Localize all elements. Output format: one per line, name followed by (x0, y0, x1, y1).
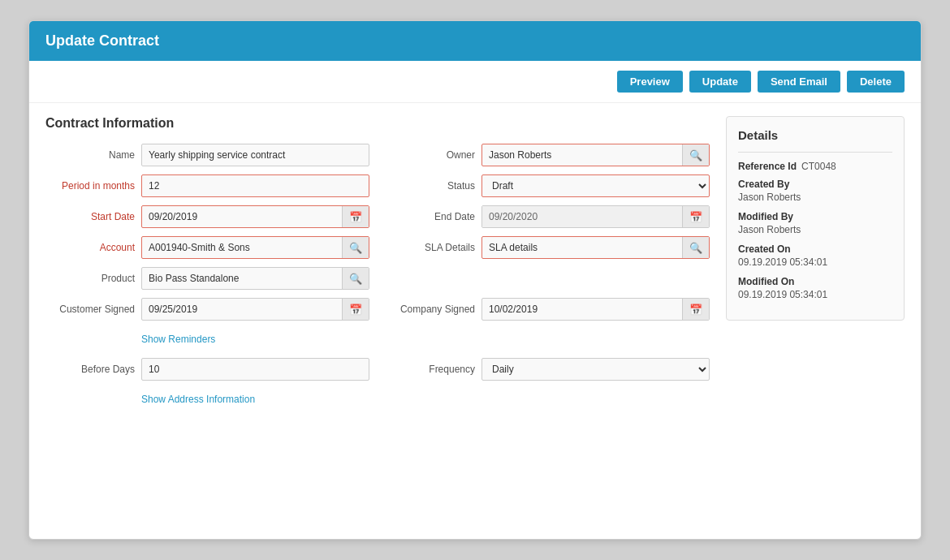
frequency-select[interactable]: Daily Weekly Monthly (481, 358, 710, 381)
customer-signed-input[interactable] (142, 299, 342, 320)
frequency-row: Frequency Daily Weekly Monthly (386, 358, 710, 381)
owner-row: Owner 🔍 (386, 144, 710, 166)
row-reminders: Before Days Frequency Daily Weekly Month… (45, 358, 710, 381)
details-separator (738, 152, 892, 153)
product-lookup-button[interactable]: 🔍 (342, 268, 369, 289)
start-date-input[interactable] (142, 206, 342, 227)
modified-on-value: 09.19.2019 05:34:01 (738, 289, 892, 300)
customer-signed-label: Customer Signed (45, 304, 135, 315)
modified-on-label: Modified On (738, 276, 892, 287)
reference-id-row: Reference Id CT0048 (738, 159, 892, 172)
page-header: Update Contract (29, 21, 921, 61)
account-input-group: 🔍 (141, 236, 369, 259)
company-signed-input[interactable] (482, 299, 682, 320)
update-button[interactable]: Update (689, 71, 751, 93)
section-title: Contract Information (45, 116, 710, 131)
content-area: Contract Information Name Owner 🔍 (29, 103, 921, 423)
show-reminders-link[interactable]: Show Reminders (45, 334, 710, 345)
name-row: Name (45, 144, 369, 166)
owner-input-group: 🔍 (481, 144, 710, 166)
toolbar: Preview Update Send Email Delete (29, 61, 921, 103)
owner-label: Owner (386, 149, 475, 161)
start-date-input-group: 📅 (141, 205, 369, 228)
start-date-row: Start Date 📅 (45, 205, 369, 228)
modified-on-row: Modified On 09.19.2019 05:34:01 (738, 276, 892, 300)
start-date-label: Start Date (45, 211, 135, 222)
account-label: Account (45, 242, 135, 253)
customer-signed-row: Customer Signed 📅 (45, 298, 369, 321)
account-row: Account 🔍 (45, 236, 369, 259)
frequency-label: Frequency (386, 364, 475, 375)
created-by-row: Created By Jason Roberts (738, 179, 892, 203)
company-signed-label: Company Signed (386, 304, 475, 315)
end-date-input-group: 📅 (481, 205, 710, 228)
before-days-input[interactable] (141, 358, 369, 381)
modified-by-value: Jason Roberts (738, 224, 892, 235)
product-row: Product 🔍 (45, 267, 369, 290)
name-label: Name (45, 149, 135, 161)
end-date-label: End Date (386, 211, 475, 222)
product-placeholder (386, 267, 710, 290)
reference-id-value: CT0048 (801, 161, 836, 172)
period-input[interactable] (141, 174, 369, 197)
modified-by-label: Modified By (738, 211, 892, 222)
delete-button[interactable]: Delete (847, 71, 905, 93)
row-product: Product 🔍 (45, 267, 710, 290)
created-on-row: Created On 09.19.2019 05:34:01 (738, 243, 892, 268)
form-block: Name Owner 🔍 Period in months (45, 144, 710, 410)
sla-input[interactable] (482, 237, 682, 258)
period-row: Period in months (45, 174, 369, 197)
row-dates: Start Date 📅 End Date 📅 (45, 205, 710, 228)
send-email-button[interactable]: Send Email (758, 71, 840, 93)
page-title: Update Contract (45, 32, 159, 49)
form-section: Contract Information Name Owner 🔍 (45, 116, 710, 410)
status-select[interactable]: Draft Active Expired (481, 174, 710, 197)
sla-row: SLA Details 🔍 (386, 236, 710, 259)
product-input[interactable] (142, 268, 342, 289)
reference-id-label: Reference Id (738, 161, 797, 172)
row-period-status: Period in months Status Draft Active Exp… (45, 174, 710, 197)
show-reminders-row: Show Reminders (45, 329, 710, 350)
before-days-row: Before Days (45, 358, 369, 381)
end-date-calendar-button[interactable]: 📅 (682, 206, 709, 227)
account-input[interactable] (142, 237, 342, 258)
end-date-row: End Date 📅 (386, 205, 710, 228)
created-by-label: Created By (738, 179, 892, 190)
status-row: Status Draft Active Expired (386, 174, 710, 197)
details-panel: Details Reference Id CT0048 Created By J… (726, 116, 905, 321)
modified-by-row: Modified By Jason Roberts (738, 211, 892, 235)
row-name-owner: Name Owner 🔍 (45, 144, 710, 166)
details-title: Details (738, 128, 892, 142)
product-label: Product (45, 273, 135, 284)
start-date-calendar-button[interactable]: 📅 (342, 206, 369, 227)
company-signed-calendar-button[interactable]: 📅 (682, 299, 709, 320)
customer-signed-input-group: 📅 (141, 298, 369, 321)
sla-lookup-button[interactable]: 🔍 (682, 237, 709, 258)
owner-input[interactable] (482, 144, 682, 166)
owner-lookup-button[interactable]: 🔍 (682, 144, 709, 166)
row-signed: Customer Signed 📅 Company Signed 📅 (45, 298, 710, 321)
customer-signed-calendar-button[interactable]: 📅 (342, 299, 369, 320)
company-signed-input-group: 📅 (481, 298, 710, 321)
period-label: Period in months (45, 180, 135, 192)
end-date-input[interactable] (482, 206, 682, 227)
created-on-label: Created On (738, 243, 892, 255)
name-input[interactable] (141, 144, 369, 166)
row-account-sla: Account 🔍 SLA Details 🔍 (45, 236, 710, 259)
account-lookup-button[interactable]: 🔍 (342, 237, 369, 258)
product-input-group: 🔍 (141, 267, 369, 290)
before-days-label: Before Days (45, 364, 135, 375)
company-signed-row: Company Signed 📅 (386, 298, 710, 321)
sla-input-group: 🔍 (481, 236, 710, 259)
preview-button[interactable]: Preview (617, 71, 683, 93)
status-label: Status (386, 180, 475, 192)
show-address-row: Show Address Information (45, 389, 710, 410)
show-address-link[interactable]: Show Address Information (45, 394, 710, 405)
main-card: Update Contract Preview Update Send Emai… (28, 20, 922, 540)
created-on-value: 09.19.2019 05:34:01 (738, 256, 892, 268)
created-by-value: Jason Roberts (738, 192, 892, 203)
sla-label: SLA Details (386, 242, 475, 253)
